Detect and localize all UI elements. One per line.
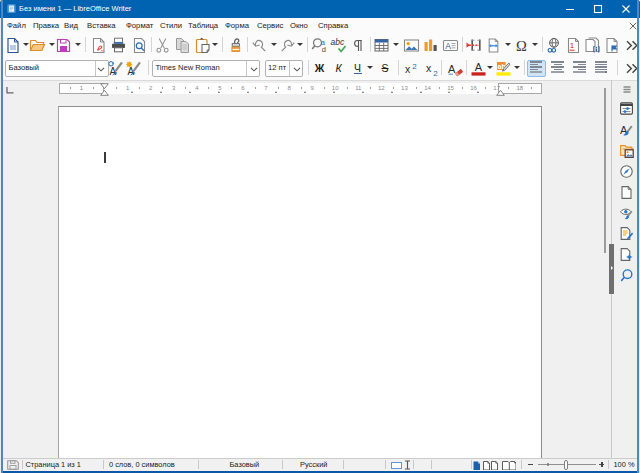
svg-text:А: А bbox=[474, 61, 482, 73]
svg-text:A: A bbox=[445, 40, 451, 50]
svg-text:x: x bbox=[426, 61, 432, 73]
svg-text:2: 2 bbox=[433, 69, 438, 77]
svg-text:d: d bbox=[322, 44, 326, 53]
svg-text:2: 2 bbox=[412, 61, 417, 70]
svg-text:А: А bbox=[448, 62, 456, 74]
svg-text:Ω: Ω bbox=[516, 37, 527, 53]
svg-text:abc: abc bbox=[330, 37, 344, 47]
svg-text:1: 1 bbox=[570, 41, 575, 50]
svg-text:x: x bbox=[405, 63, 411, 75]
